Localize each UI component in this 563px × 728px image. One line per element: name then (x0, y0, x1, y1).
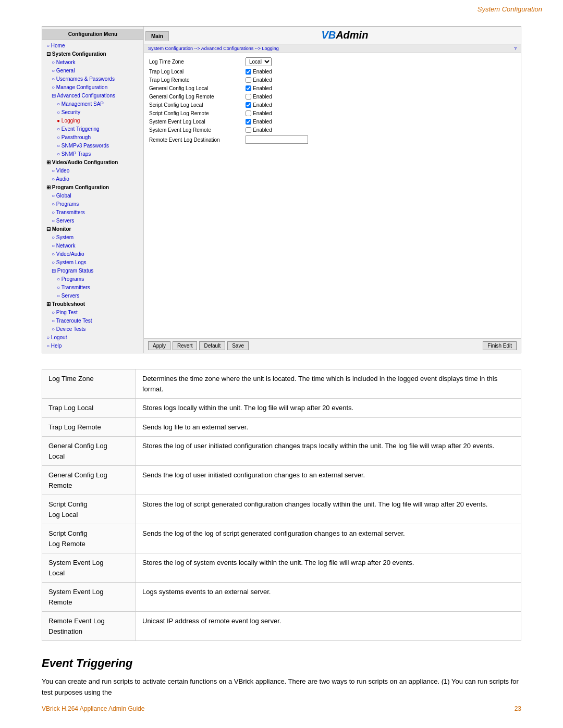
table-row: Script Config Log RemoteSends the log of… (42, 524, 521, 553)
form-label: General Config Log Local (149, 85, 246, 91)
form-control: Enabled (246, 119, 272, 125)
desc-cell: Stores the log of script generated confi… (136, 495, 521, 524)
checkbox-general-config-log-remote[interactable] (246, 94, 251, 100)
form-control: Enabled (246, 85, 272, 91)
sidebar-item[interactable]: ○ General (42, 67, 143, 75)
form-row: Trap Log LocalEnabled (149, 69, 516, 75)
sidebar-item[interactable]: ○ Network (42, 58, 143, 67)
checkbox-label: Enabled (253, 94, 272, 100)
form-label: System Event Log Local (149, 119, 246, 125)
panel-brand: VBAdmin (169, 27, 521, 44)
breadcrumb-text: System Configuration --> Advanced Config… (148, 46, 279, 51)
sidebar-item[interactable]: ○ Security (42, 108, 143, 117)
revert-button[interactable]: Revert (173, 341, 197, 350)
sidebar-item[interactable]: ○ Transmitters (42, 208, 143, 217)
form-label: Trap Log Local (149, 69, 246, 75)
form-control: Enabled (246, 127, 272, 133)
right-panel: Main VBAdmin System Configuration --> Ad… (144, 27, 521, 353)
sidebar-item[interactable]: ○ Traceroute Test (42, 317, 143, 325)
sidebar-item[interactable]: ○ Passthrough (42, 133, 143, 142)
form-control: Enabled (246, 102, 272, 108)
sidebar-item[interactable]: ○ Logout (42, 334, 143, 342)
sidebar-item[interactable]: ○ Global (42, 192, 143, 200)
finish-edit-button[interactable]: Finish Edit (483, 341, 517, 350)
event-title: Event Triggering (42, 657, 521, 670)
checkbox-label: Enabled (253, 110, 272, 116)
sidebar-item[interactable]: ⊟ System Configuration (42, 50, 143, 58)
desc-cell: Determines the time zone where the unit … (136, 369, 521, 399)
checkbox-script-config-log-local[interactable] (246, 102, 251, 108)
sidebar-item[interactable]: ○ SNMPv3 Passwords (42, 142, 143, 150)
form-label: System Event Log Remote (149, 127, 246, 133)
sidebar-item[interactable]: ○ System (42, 233, 143, 242)
sidebar-item[interactable]: ○ Network (42, 242, 143, 250)
remote-event-log-input[interactable] (246, 135, 308, 144)
sidebar-item[interactable]: ○ System Logs (42, 258, 143, 267)
sidebar-item[interactable]: ⊟ Program Status (42, 267, 143, 275)
event-section: Event Triggering You can create and run … (42, 657, 521, 698)
main-content: Configuration Menu ○ Home⊟ System Config… (0, 16, 563, 709)
table-row: Log Time ZoneDetermines the time zone wh… (42, 369, 521, 399)
sidebar-item[interactable]: ○ Manage Configuration (42, 83, 143, 92)
sidebar-item[interactable]: ○ Programs (42, 200, 143, 208)
help-icon[interactable]: ? (514, 46, 517, 51)
sidebar-item[interactable]: ⊟ Advanced Configurations (42, 92, 143, 100)
table-row: Trap Log RemoteSends log file to an exte… (42, 417, 521, 437)
checkbox-script-config-log-remote[interactable] (246, 110, 251, 116)
sidebar-item[interactable]: ○ Video (42, 167, 143, 175)
form-control: Enabled (246, 69, 272, 75)
save-button[interactable]: Save (227, 341, 249, 350)
log-time-zone-select[interactable]: Local (246, 57, 272, 66)
desc-cell: Sends the log of the log of script gener… (136, 524, 521, 553)
sidebar-item[interactable]: ○ Transmitters (42, 283, 143, 292)
sidebar-item[interactable]: ○ Help (42, 342, 143, 350)
sidebar-item[interactable]: ○ SNMP Traps (42, 150, 143, 158)
desc-cell: Stores the log of system events locally … (136, 553, 521, 583)
apply-button[interactable]: Apply (148, 341, 170, 350)
form-control: Enabled (246, 94, 272, 100)
sidebar-item[interactable]: ○ Usernames & Passwords (42, 75, 143, 83)
footer-buttons-left: Apply Revert Default Save (148, 341, 249, 350)
form-label: Script Config Log Local (149, 102, 246, 108)
checkbox-system-event-log-remote[interactable] (246, 127, 251, 133)
sidebar-item[interactable]: ○ Management SAP (42, 100, 143, 108)
checkbox-system-event-log-local[interactable] (246, 119, 251, 125)
sidebar-item[interactable]: ○ Video/Audio (42, 250, 143, 258)
term-cell: General Config Log Remote (42, 466, 136, 495)
term-cell: Trap Log Local (42, 399, 136, 418)
checkbox-general-config-log-local[interactable] (246, 85, 251, 91)
desc-cell: Stores the log of user initiated configu… (136, 437, 521, 466)
sidebar-item[interactable]: ○ Audio (42, 175, 143, 183)
default-button[interactable]: Default (199, 341, 225, 350)
sidebar-item[interactable]: ○ Device Tests (42, 325, 143, 334)
form-control: Enabled (246, 77, 272, 83)
sidebar-item[interactable]: ○ Programs (42, 275, 143, 283)
checkbox-trap-log-local[interactable] (246, 69, 251, 75)
panel-tab[interactable]: Main (145, 31, 169, 41)
sidebar-item[interactable]: ○ Servers (42, 217, 143, 225)
sidebar-item[interactable]: ○ Servers (42, 292, 143, 300)
sidebar-item[interactable]: ⊞ Program Configuration (42, 183, 143, 192)
checkbox-trap-log-remote[interactable] (246, 77, 251, 83)
form-row: System Event Log RemoteEnabled (149, 127, 516, 133)
sidebar-item[interactable]: ⊟ Monitor (42, 225, 143, 233)
checkbox-label: Enabled (253, 85, 272, 91)
sidebar-item[interactable]: ⊞ Video/Audio Configuration (42, 158, 143, 167)
sidebar-item[interactable]: ⊞ Troubleshoot (42, 300, 143, 309)
checkbox-label: Enabled (253, 69, 272, 75)
form-row: Trap Log RemoteEnabled (149, 77, 516, 83)
sidebar: Configuration Menu ○ Home⊟ System Config… (42, 27, 144, 353)
table-row: System Event Log LocalStores the log of … (42, 553, 521, 583)
sidebar-item[interactable]: ● Logging (42, 117, 143, 125)
sidebar-item[interactable]: ○ Ping Test (42, 309, 143, 317)
term-cell: Script Config Log Remote (42, 524, 136, 553)
header-title: System Configuration (478, 5, 542, 13)
page-footer: VBrick H.264 Appliance Admin Guide 23 (0, 700, 563, 718)
term-cell: Remote Event Log Destination (42, 612, 136, 641)
footer-left: VBrick H.264 Appliance Admin Guide (42, 705, 144, 712)
sidebar-item[interactable]: ○ Home (42, 42, 143, 50)
form-row: Script Config Log RemoteEnabled (149, 110, 516, 116)
brand-admin: Admin (336, 29, 368, 41)
sidebar-item[interactable]: ○ Event Triggering (42, 125, 143, 133)
form-row: General Config Log RemoteEnabled (149, 94, 516, 100)
